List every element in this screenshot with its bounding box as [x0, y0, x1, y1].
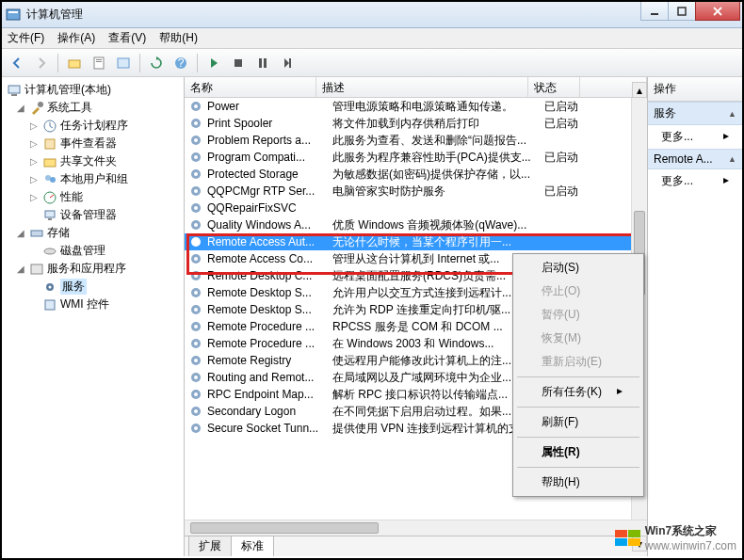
tree-storage[interactable]: ◢存储	[2, 224, 184, 242]
gear-icon	[188, 336, 203, 351]
gear-icon	[188, 251, 203, 266]
actions-section-services[interactable]: 服务▲	[648, 102, 742, 125]
forward-button[interactable]	[30, 52, 53, 74]
svg-rect-6	[96, 59, 102, 60]
window-title: 计算机管理	[26, 7, 83, 23]
tab-standard[interactable]: 标准	[231, 536, 274, 556]
menu-view[interactable]: 查看(V)	[108, 30, 146, 46]
expander-icon[interactable]: ▷	[28, 156, 40, 167]
svg-point-33	[194, 104, 198, 108]
ctx-all-tasks[interactable]: 所有任务(K)▸	[515, 380, 641, 404]
service-name: Remote Desktop C...	[207, 269, 332, 282]
expander-icon[interactable]: ▷	[28, 192, 40, 202]
folder-share-icon	[42, 154, 57, 169]
service-row[interactable]: QQPCMgr RTP Ser...电脑管家实时防护服务已启动	[185, 183, 647, 200]
actions-more-2[interactable]: 更多...▸	[648, 169, 742, 193]
close-button[interactable]	[695, 2, 740, 21]
gear-icon	[188, 150, 203, 165]
svg-rect-19	[45, 139, 55, 149]
tree-device-manager[interactable]: 设备管理器	[2, 206, 184, 224]
service-name: Remote Procedure ...	[207, 320, 332, 333]
expander-icon[interactable]: ▷	[28, 138, 40, 149]
disk-icon	[42, 244, 57, 259]
service-name: Program Compati...	[207, 151, 332, 164]
menu-action[interactable]: 操作(A)	[57, 30, 95, 46]
computer-icon	[7, 83, 22, 98]
bottom-tabs: 扩展 标准	[185, 536, 647, 556]
service-row[interactable]: Print Spooler将文件加载到内存供稍后打印已启动	[185, 115, 647, 132]
scroll-thumb-h[interactable]	[190, 522, 379, 534]
actions-more-1[interactable]: 更多...▸	[648, 125, 742, 149]
watermark-url: www.winwin7.com	[645, 539, 736, 552]
service-row[interactable]: QQRepairFixSVC	[185, 200, 647, 216]
ctx-stop: 停止(O)	[515, 280, 641, 303]
svg-point-67	[194, 392, 198, 396]
ctx-start[interactable]: 启动(S)	[515, 256, 641, 280]
ctx-refresh[interactable]: 刷新(F)	[515, 410, 641, 434]
minimize-button[interactable]	[640, 2, 669, 21]
tree-event-viewer[interactable]: ▷事件查看器	[2, 135, 184, 152]
tree-services[interactable]: 服务	[2, 278, 184, 296]
refresh-button[interactable]	[145, 52, 168, 74]
tree-task-scheduler[interactable]: ▷任务计划程序	[2, 117, 184, 135]
tree-performance[interactable]: ▷性能	[2, 188, 184, 206]
service-description: 电脑管家实时防护服务	[332, 184, 544, 200]
horizontal-scrollbar[interactable]	[185, 520, 647, 536]
tree-disk-management[interactable]: 磁盘管理	[2, 242, 184, 260]
menu-file[interactable]: 文件(F)	[8, 30, 44, 46]
svg-point-45	[194, 206, 198, 210]
ctx-properties[interactable]: 属性(R)	[515, 440, 641, 464]
svg-point-17	[38, 102, 43, 107]
service-row[interactable]: Quality Windows A...优质 Windows 音频视频体验(qW…	[185, 216, 647, 233]
tree-shared-folders[interactable]: ▷共享文件夹	[2, 152, 184, 170]
expander-icon[interactable]: ◢	[15, 228, 26, 238]
expander-icon[interactable]: ◢	[15, 264, 26, 274]
svg-rect-73	[628, 530, 640, 537]
expander-icon[interactable]: ▷	[28, 120, 40, 131]
tree-system-tools[interactable]: ◢系统工具	[2, 99, 184, 117]
triangle-up-icon: ▲	[728, 109, 736, 119]
service-row[interactable]: Program Compati...此服务为程序兼容性助手(PCA)提供支...…	[185, 149, 647, 166]
tree-services-apps[interactable]: ◢服务和应用程序	[2, 260, 184, 278]
col-name[interactable]: 名称	[185, 77, 316, 97]
expander-icon[interactable]: ▷	[28, 174, 40, 184]
service-row[interactable]: Remote Access Aut...无论什么时候，当某个程序引用一...	[185, 233, 647, 250]
service-status: 已启动	[544, 184, 596, 200]
back-button[interactable]	[6, 52, 28, 74]
tree-local-users[interactable]: ▷本地用户和组	[2, 170, 184, 188]
play-button[interactable]	[202, 52, 225, 74]
service-name: QQRepairFixSVC	[207, 201, 332, 215]
gear-icon	[188, 217, 203, 232]
ctx-help[interactable]: 帮助(H)	[515, 471, 641, 494]
service-name: Remote Desktop S...	[207, 286, 332, 299]
svg-rect-1	[8, 11, 18, 13]
expander-icon[interactable]: ◢	[15, 103, 26, 113]
col-description[interactable]: 描述	[316, 77, 528, 97]
menu-help[interactable]: 帮助(H)	[159, 30, 198, 46]
service-name: Remote Procedure ...	[207, 337, 332, 350]
stop-button[interactable]	[227, 52, 250, 74]
service-row[interactable]: Problem Reports a...此服务为查看、发送和删除“问题报告...	[185, 132, 647, 149]
help-button[interactable]: ?	[170, 52, 192, 74]
tree-root[interactable]: 计算机管理(本地)	[2, 81, 184, 99]
tree-wmi[interactable]: WMI 控件	[2, 296, 184, 313]
tab-extended[interactable]: 扩展	[188, 536, 232, 556]
properties-button[interactable]	[88, 52, 110, 74]
up-button[interactable]	[63, 52, 86, 74]
restart-button[interactable]	[276, 52, 299, 74]
export-button[interactable]	[112, 52, 135, 74]
svg-point-35	[194, 121, 198, 125]
gear-icon	[188, 133, 203, 148]
service-row[interactable]: Protected Storage为敏感数据(如密码)提供保护存储，以...	[185, 166, 647, 183]
service-description: 为敏感数据(如密码)提供保护存储，以...	[332, 167, 544, 183]
col-status[interactable]: 状态	[528, 77, 580, 97]
service-name: Print Spooler	[207, 117, 332, 130]
svg-rect-8	[118, 58, 129, 68]
maximize-button[interactable]	[668, 2, 696, 21]
tree-pane[interactable]: 计算机管理(本地) ◢系统工具 ▷任务计划程序 ▷事件查看器 ▷共享文件夹 ▷本…	[2, 77, 185, 556]
pause-button[interactable]	[251, 52, 274, 74]
actions-section-remote[interactable]: Remote A...▲	[648, 149, 742, 169]
svg-point-49	[194, 240, 198, 244]
scroll-up-icon[interactable]: ▴	[632, 82, 647, 98]
service-row[interactable]: Power管理电源策略和电源策略通知传递。已启动	[185, 98, 647, 115]
